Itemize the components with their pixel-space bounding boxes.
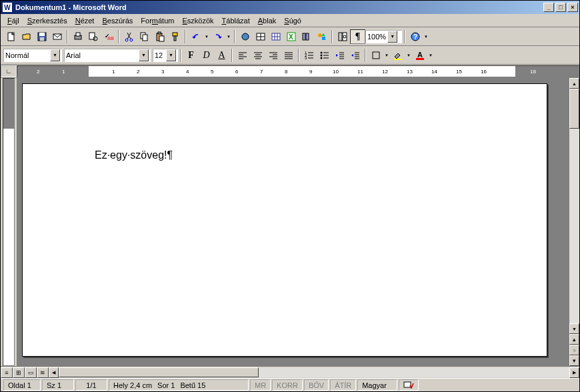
borders-button[interactable] [368,48,383,63]
italic-button[interactable]: D [199,48,214,63]
scroll-right-button[interactable]: ▶ [569,367,579,378]
status-trk[interactable]: KORR [272,379,303,391]
scroll-thumb-v[interactable] [569,89,579,129]
print-button[interactable] [70,29,85,44]
vertical-ruler[interactable] [3,78,15,366]
scroll-down-button[interactable]: ▼ [569,323,579,334]
status-ovr[interactable]: ÁTÍR [330,379,356,391]
toolbar-options[interactable]: ▼ [423,29,429,44]
font-color-dropdown[interactable]: ▼ [427,48,434,63]
page[interactable]: Ez·egy·szöveg!¶ [22,83,547,357]
status-ext[interactable]: BŐV [304,379,329,391]
columns-button[interactable] [299,29,314,44]
decrease-indent-button[interactable] [332,48,347,63]
svg-rect-7 [89,33,95,39]
document-area[interactable]: Ez·egy·szöveg!¶ [17,78,569,366]
menu-view[interactable]: Nézet [71,15,99,26]
borders-dropdown[interactable]: ▼ [383,48,390,63]
close-button[interactable]: × [567,3,578,12]
scroll-thumb-h[interactable] [59,367,259,377]
svg-point-37 [343,35,346,38]
menu-window[interactable]: Ablak [254,15,281,26]
svg-point-12 [130,39,133,41]
minimize-button[interactable]: _ [543,3,554,12]
increase-indent-button[interactable] [347,48,363,63]
underline-button[interactable]: A [214,48,229,63]
save-button[interactable] [34,29,49,44]
show-hide-button[interactable]: ¶ [350,29,365,44]
svg-rect-4 [53,34,61,39]
scroll-up-button[interactable]: ▲ [569,78,579,89]
next-page-button[interactable]: ▾ [569,355,579,366]
align-right-button[interactable] [265,48,281,63]
document-map-button[interactable] [335,29,350,44]
cut-button[interactable] [121,29,137,44]
align-center-button[interactable] [250,48,265,63]
font-color-button[interactable]: A [412,48,427,63]
new-button[interactable] [3,29,19,44]
font-dropdown[interactable]: Arial▼ [64,49,151,62]
numbering-button[interactable]: 123 [301,48,317,63]
tab-selector[interactable]: ∟ [1,65,17,77]
mail-button[interactable] [49,29,65,44]
scroll-track-h[interactable] [59,367,569,377]
status-spellcheck-icon[interactable] [399,379,419,391]
normal-view-button[interactable]: ≡ [1,367,13,378]
spelling-button[interactable]: ✓ABC [101,29,116,44]
undo-button[interactable] [188,29,203,44]
workspace: Ez·egy·szöveg!¶ ▲ ▼ ▴ ○ ▾ [1,78,579,366]
style-dropdown[interactable]: Normál▼ [3,49,62,62]
excel-button[interactable]: X [283,29,299,44]
bullets-button[interactable] [317,48,332,63]
undo-dropdown[interactable]: ▼ [203,29,210,44]
highlight-dropdown[interactable]: ▼ [405,48,412,63]
help-button[interactable]: ? [407,29,423,44]
copy-button[interactable] [137,29,152,44]
menu-edit[interactable]: Szerkesztés [23,15,71,26]
menu-file[interactable]: Fájl [3,15,23,26]
open-button[interactable] [19,29,34,44]
drawing-button[interactable] [314,29,329,44]
svg-rect-19 [174,36,176,41]
redo-dropdown[interactable]: ▼ [225,29,232,44]
menu-help[interactable]: Súgó [280,15,305,26]
print-preview-button[interactable] [85,29,101,44]
maximize-button[interactable]: □ [555,3,566,12]
paste-button[interactable] [152,29,167,44]
fontsize-dropdown[interactable]: 12▼ [153,49,178,62]
svg-text:?: ? [413,33,417,41]
scroll-left-button[interactable]: ◀ [49,367,59,378]
highlight-button[interactable] [390,48,405,63]
zoom-dropdown[interactable]: 100%▼ [365,30,402,43]
svg-text:ABC: ABC [107,36,114,41]
hyperlink-button[interactable] [237,29,253,44]
svg-rect-77 [394,59,402,60]
tables-borders-button[interactable] [253,29,268,44]
scroll-track-v[interactable] [569,89,579,323]
svg-rect-76 [373,52,379,59]
insert-table-button[interactable] [268,29,283,44]
document-text[interactable]: Ez·egy·szöveg!¶ [95,149,173,161]
redo-button[interactable] [210,29,225,44]
menu-table[interactable]: Táblázat [218,15,254,26]
horizontal-scrollbar[interactable]: ◀ ▶ [49,367,579,378]
status-language[interactable]: Magyar [357,379,397,391]
vertical-scrollbar[interactable]: ▲ ▼ ▴ ○ ▾ [569,78,579,366]
menu-insert[interactable]: Beszúrás [98,15,137,26]
status-rec[interactable]: MR [250,379,271,391]
menu-format[interactable]: Formátum [137,15,178,26]
horizontal-ruler[interactable]: 2 1 1 2 3 4 5 6 7 8 9 10 11 12 13 14 15 … [17,65,579,77]
svg-rect-5 [75,35,81,39]
justify-button[interactable] [281,48,296,63]
print-view-button[interactable]: ▭ [25,367,37,378]
web-view-button[interactable]: ⊞ [13,367,25,378]
align-left-button[interactable] [235,48,250,63]
outline-view-button[interactable]: ≋ [37,367,49,378]
browse-object-button[interactable]: ○ [569,345,579,355]
statusbar: Oldal 1 Sz 1 1/1 Hely 2,4 cm Sor 1 Betű … [1,378,579,391]
bold-button[interactable]: F [183,48,199,63]
svg-rect-14 [143,35,147,41]
prev-page-button[interactable]: ▴ [569,334,579,345]
menu-tools[interactable]: Eszközök [178,15,217,26]
format-painter-button[interactable] [167,29,183,44]
